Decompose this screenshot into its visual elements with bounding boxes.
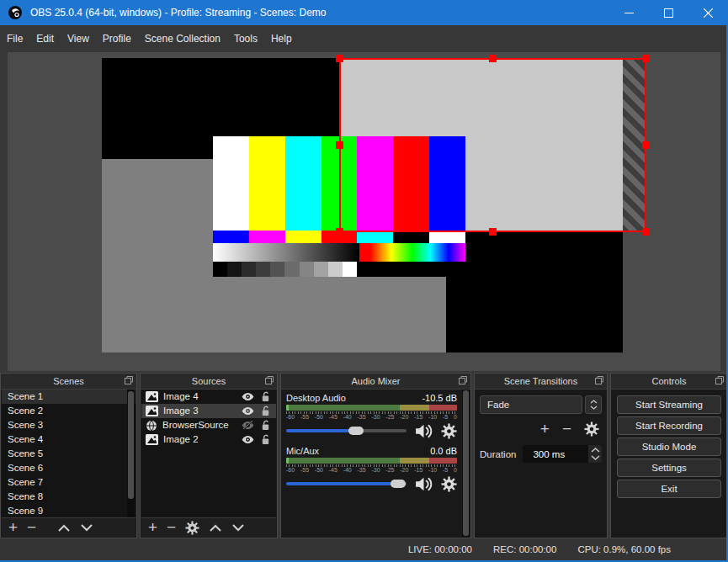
- menu-edit[interactable]: Edit: [29, 25, 61, 52]
- scenes-scrollbar[interactable]: [127, 390, 135, 518]
- selection-handle-bottom-left[interactable]: [336, 228, 343, 236]
- channel-level-db: -10.5 dB: [422, 393, 457, 403]
- db-scale-label: -55: [300, 414, 309, 420]
- duration-value[interactable]: 300 ms: [523, 449, 565, 459]
- remove-scene-button[interactable]: −: [27, 520, 36, 535]
- move-source-down-button[interactable]: [231, 524, 245, 532]
- color-bar: [270, 262, 284, 277]
- sources-panel: Sources Image 4: [140, 373, 278, 538]
- source-list-item[interactable]: Image 2: [141, 432, 276, 447]
- scenes-scrollbar-thumb[interactable]: [128, 391, 134, 499]
- scene-list-item[interactable]: Scene 9: [2, 504, 136, 518]
- transition-select[interactable]: Fade: [480, 395, 602, 414]
- start-streaming-button[interactable]: Start Streaming: [617, 395, 721, 414]
- popout-icon[interactable]: [265, 376, 274, 384]
- speaker-mute-button[interactable]: [414, 476, 433, 492]
- menu-tools[interactable]: Tools: [227, 25, 264, 52]
- color-bar: [429, 231, 465, 243]
- selection-handle-middle-right[interactable]: [642, 141, 650, 149]
- add-scene-button[interactable]: +: [8, 520, 18, 535]
- start-recording-button[interactable]: Start Recording: [617, 416, 721, 435]
- move-scene-down-button[interactable]: [80, 524, 93, 532]
- visibility-eye-icon[interactable]: [242, 406, 254, 416]
- visibility-eye-icon[interactable]: [242, 435, 254, 444]
- audio-mixer-panel: Audio Mixer Desktop Audio -10.5 dB -60-5…: [280, 373, 471, 538]
- move-scene-up-button[interactable]: [57, 524, 71, 532]
- close-icon: [704, 8, 713, 18]
- visibility-eye-icon[interactable]: [242, 392, 254, 401]
- selection-handle-top-middle[interactable]: [489, 55, 497, 62]
- volume-slider[interactable]: [286, 482, 407, 485]
- scene-list-item[interactable]: Scene 5: [2, 447, 136, 461]
- popout-icon[interactable]: [459, 376, 467, 384]
- move-source-up-button[interactable]: [209, 524, 222, 532]
- hidden-eye-slash-icon[interactable]: [242, 421, 254, 430]
- transition-selected-value[interactable]: Fade: [480, 395, 582, 414]
- channel-settings-gear-button[interactable]: [441, 423, 457, 439]
- source-list-item[interactable]: Image 4: [141, 390, 276, 404]
- volume-slider[interactable]: [286, 429, 407, 432]
- remove-transition-button[interactable]: −: [562, 422, 571, 437]
- remove-source-button[interactable]: −: [167, 520, 176, 535]
- mixer-scrollbar-thumb[interactable]: [463, 390, 469, 536]
- unlocked-padlock-icon[interactable]: [261, 406, 270, 416]
- volume-slider-handle[interactable]: [348, 427, 364, 435]
- duration-spin-buttons[interactable]: [588, 445, 602, 463]
- transition-select-spinner[interactable]: [585, 395, 602, 414]
- source-name: Image 2: [163, 432, 199, 447]
- db-scale-label: -10: [428, 414, 437, 420]
- db-scale-label: 0: [454, 414, 457, 420]
- popout-icon[interactable]: [715, 376, 724, 384]
- add-transition-button[interactable]: +: [540, 422, 550, 437]
- source-list-item[interactable]: BrowserSource: [141, 418, 276, 432]
- selection-handle-bottom-right[interactable]: [642, 228, 650, 236]
- source-list-item[interactable]: Image 3: [141, 404, 276, 418]
- popout-icon[interactable]: [595, 376, 603, 384]
- window-controls: [609, 0, 728, 25]
- channel-settings-gear-button[interactable]: [441, 476, 457, 492]
- unlocked-padlock-icon[interactable]: [261, 391, 270, 402]
- db-scale-label: -15: [414, 414, 422, 420]
- scene-list-item[interactable]: Scene 1: [2, 390, 136, 404]
- scene-list-item[interactable]: Scene 6: [2, 461, 136, 475]
- maximize-button[interactable]: [649, 0, 688, 25]
- source-properties-gear-button[interactable]: [185, 521, 199, 535]
- color-bar: [242, 262, 256, 277]
- mixer-scrollbar[interactable]: [462, 390, 470, 537]
- studio-mode-button[interactable]: Studio Mode: [617, 437, 721, 456]
- settings-button[interactable]: Settings: [617, 459, 721, 477]
- rainbow-gradient: [359, 243, 465, 262]
- exit-button[interactable]: Exit: [617, 480, 721, 498]
- selection-handle-top-left[interactable]: [336, 55, 343, 62]
- transition-properties-gear-button[interactable]: [584, 422, 599, 437]
- db-scale-label: -25: [385, 467, 394, 473]
- volume-slider-handle[interactable]: [391, 480, 406, 488]
- db-scale-label: -45: [329, 414, 337, 420]
- duration-spinbox[interactable]: 300 ms: [523, 445, 602, 463]
- minimize-button[interactable]: [609, 0, 649, 25]
- selection-handle-top-right[interactable]: [642, 55, 650, 62]
- unlocked-padlock-icon[interactable]: [261, 434, 270, 445]
- menu-profile[interactable]: Profile: [96, 25, 138, 52]
- unlocked-padlock-icon[interactable]: [261, 420, 270, 431]
- scene-list-item[interactable]: Scene 2: [2, 404, 136, 418]
- color-bar: [227, 262, 242, 277]
- menu-view[interactable]: View: [61, 25, 96, 52]
- popout-icon[interactable]: [125, 376, 133, 384]
- scene-list-item[interactable]: Scene 3: [2, 418, 136, 432]
- add-source-button[interactable]: +: [148, 520, 157, 535]
- scene-list-item[interactable]: Scene 4: [2, 432, 136, 447]
- menu-scene-collection[interactable]: Scene Collection: [138, 25, 227, 52]
- obs-logo-icon[interactable]: [8, 5, 23, 20]
- menu-file[interactable]: File: [0, 25, 29, 52]
- db-scale-label: -60: [286, 414, 295, 420]
- scene-list-item[interactable]: Scene 8: [2, 490, 136, 504]
- selection-handle-bottom-middle[interactable]: [489, 228, 497, 236]
- selection-handle-middle-left[interactable]: [336, 141, 343, 149]
- menu-help[interactable]: Help: [264, 25, 299, 52]
- scene-list-item[interactable]: Scene 7: [2, 475, 136, 490]
- speaker-mute-button[interactable]: [414, 423, 433, 439]
- cpu-fps-stats: CPU: 0.9%, 60.00 fps: [577, 544, 671, 554]
- close-button[interactable]: [688, 0, 728, 25]
- color-bar: [314, 262, 328, 277]
